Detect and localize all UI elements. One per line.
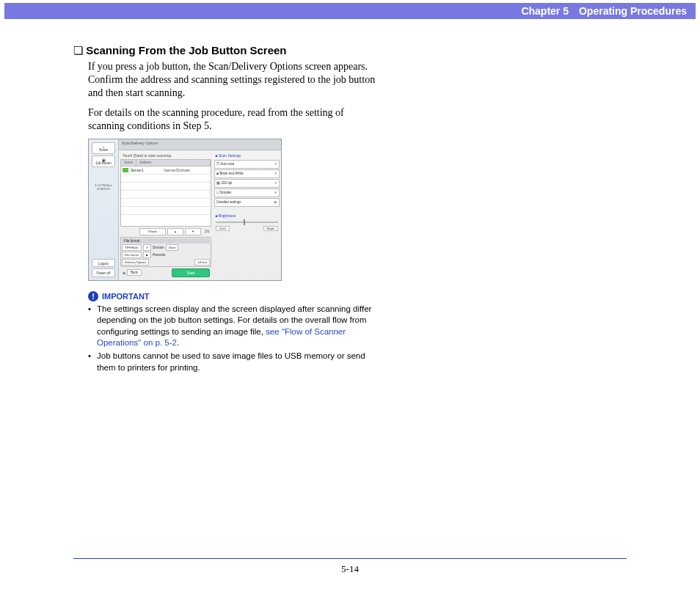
fig-poweroff-button: Power off [92, 268, 115, 277]
fig-address-list: Touch [Start] to start scanning. Name Ad… [120, 152, 211, 279]
important-bullet-2: Job buttons cannot be used to save image… [88, 351, 382, 373]
alert-icon: ! [88, 291, 98, 301]
embedded-screenshot: ⌂Home ▣Job Button 4:44 PM Mon 3/28/2010 … [88, 139, 282, 281]
content-column: Scanning From the Job Button Screen If y… [73, 44, 382, 375]
fig-scan-settings: ■ Scan Settings ☐ Auto-size▼ ■ Black and… [213, 152, 280, 279]
fig-datetime: 4:44 PM Mon 3/28/2010 [89, 183, 118, 191]
footer-rule [73, 558, 627, 559]
chapter-number: Chapter 5 [521, 5, 569, 17]
important-label: IMPORTANT [102, 292, 150, 301]
fig-pager: Details ▲▼ 1/1 [120, 227, 211, 237]
fig-footer: ◀ Back Start [120, 267, 211, 279]
important-bullet-1: The settings screen display and the scre… [88, 304, 382, 349]
fig-start-button: Start [172, 268, 210, 277]
fig-list-header: Name Address [120, 159, 211, 167]
fig-fileformat-panel: File format TIFF/Multi. ✔ Division None … [120, 237, 211, 267]
page-number: 5-14 [0, 563, 700, 575]
fig-rows: Server1 \\server01\share [120, 167, 211, 227]
chapter-title: Operating Procedures [579, 5, 687, 17]
fig-row: Server1 \\server01\share [121, 167, 211, 175]
fig-home-button: ⌂Home [92, 142, 115, 154]
important-heading: ! IMPORTANT [88, 291, 382, 301]
fig-titlebar: Scan/Delivery Options [119, 139, 281, 150]
check-icon [123, 168, 128, 172]
section-paragraph-1: If you press a job button, the Scan/Deli… [88, 60, 382, 100]
chapter-header: Chapter 5 Operating Procedures [4, 3, 696, 19]
fig-left-sidebar: ⌂Home ▣Job Button 4:44 PM Mon 3/28/2010 … [89, 139, 119, 280]
important-note: ! IMPORTANT The settings screen display … [88, 291, 382, 373]
fig-logout-button: Logout [92, 259, 115, 268]
fig-hint: Touch [Start] to start scanning. [120, 152, 211, 159]
section-paragraph-2: For details on the scanning procedure, r… [88, 106, 382, 133]
fig-jobbutton-button: ▣Job Button [92, 156, 115, 167]
section-heading: Scanning From the Job Button Screen [73, 44, 382, 57]
fig-main-panel: Scan/Delivery Options Touch [Start] to s… [119, 139, 281, 280]
